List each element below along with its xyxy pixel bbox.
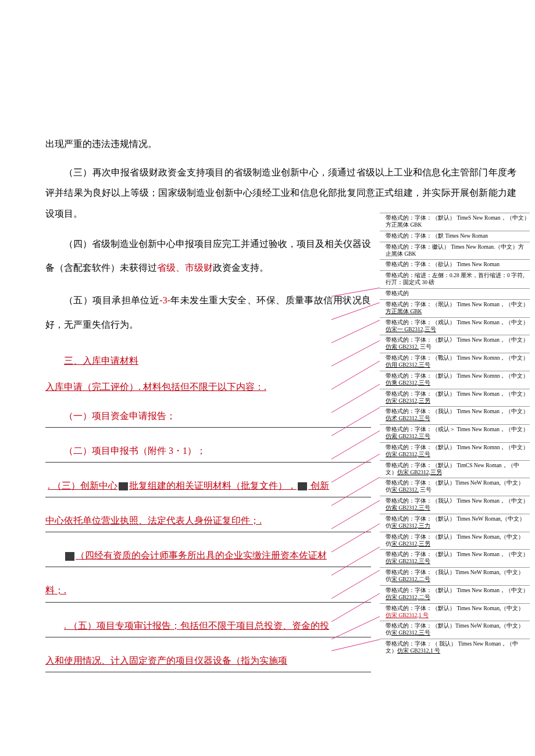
item-3-line2: 中心依托单位营业执照、法定代表人身份证复印件；. <box>45 510 371 532</box>
comment-item: 带格式的：字体：（默认） TimCS New Roman，（中文）仿宋 GB23… <box>380 460 530 478</box>
comment-item: 带格式的：字体：（默认）Times NeW Roman,（中文） 仿宋 GB23… <box>380 621 530 639</box>
paragraph-1: 出现严重的违法违规情况。 <box>45 134 371 154</box>
comment-item: 带格式的：字体：（珉认） Times New Roman，（中文）方正黑体 GB… <box>380 299 530 317</box>
p4-red: -3- <box>159 295 170 305</box>
item-3-line1: . （三）创新中心批复组建的相关证明材料（批复文件）， 创新 <box>45 475 371 497</box>
comment-item: 带格式的：字体：徽认） Times New Roman.（中文）方止黑体 GBK <box>380 242 530 260</box>
item-5-line1: . （五）项目专项审计报告；包括但不限于项目总投资、资金的投 <box>45 615 371 637</box>
paragraph-3: （四）省级制造业创新中心申报项目应完工并通过验收，项目及相关仪器设备（含配套软件… <box>45 232 371 280</box>
item4-a: （四经有资质的会计师事务所出具的企业实缴注册资本佐证材 <box>76 550 327 560</box>
item-2: （二）项目申报书（附件 3・1）； <box>45 440 371 463</box>
intro-line: 入库申请（完工评价）. 材料包括但不限于以下内容：. <box>45 377 371 397</box>
item3-line2-text: 中心依托单位营业执照、法定代表人身份证复印件；. <box>45 515 262 525</box>
paragraph-4: （五）项目承担单位近-3-年未发生重大安全、环保、质量事故信用状况良好，无严重失… <box>45 288 371 336</box>
comments-panel: 带格式的：字体：（默认） TimeS New Roman，（中文）方正黑体 GB… <box>380 213 530 657</box>
redacted-block-icon <box>298 482 307 490</box>
comment-item: 带格式的：字体：（默认） TimeS New Roman，（中文）方正黑体 GB… <box>380 213 530 231</box>
p3-red: 省级、市级财 <box>157 263 213 273</box>
comment-item: 带格式的：字体：（或认＞ Times New Roman，（中文）仿索 GB23… <box>380 424 530 442</box>
item-4-line2: 料；. <box>45 580 371 602</box>
comment-item: 带格式的：字体：（我认） Times New Roman，（中文）仿术 GB23… <box>380 406 530 424</box>
comment-item: 带格式的：字体：（默认） Times New Roman，（中文）仿宋 GB23… <box>380 585 530 603</box>
comment-item: 带格式的：字体：（默认） Times New Romnn，（中文）仿乘 GB23… <box>380 371 530 389</box>
comment-item: 带格式的：字体：（欲认） Times New Roman <box>380 259 530 270</box>
comment-item: 带格式的：字体：（默认）Times NeW Roman,（中文） 仿宋 GB23… <box>380 478 530 496</box>
comment-item: 带格式的：字体：（默认） Times NeW Roman,（中文） 仿宋 GB2… <box>380 514 530 532</box>
comment-item: 带格式的：字体：（默认） Times New Roman,（中文）仿宋 GB23… <box>380 603 530 621</box>
comment-item: 带格式的：字体：（戰认） Times New Romnn，（中文）仿用 GB23… <box>380 353 530 371</box>
comment-item: 带格式的：字体：（默认） Times New Roman，（中文）仿宋 GB23… <box>380 549 530 567</box>
redacted-block-icon <box>65 552 74 560</box>
comment-item: 带格式的：字体：（默认） Times New Roman,（中文） 仿宋 GB2… <box>380 532 530 550</box>
item-1: （一）项目资金申请报告； <box>45 406 371 428</box>
comment-item: 带格式的：字体：（戏认） Times New Roman，（中文）仿宋一 GB2… <box>380 317 530 335</box>
comment-item: 带格式的：字体：（默认》 Times New Roman，（中文）仿索 GB23… <box>380 335 530 353</box>
item-4-line1: （四经有资质的会计师事务所出具的企业实缴注册资本佐证材 <box>45 545 371 567</box>
item3-c: 创新 <box>308 481 329 490</box>
comment-item: 带格式的 <box>380 288 530 299</box>
comment-item: 带格式的：缩进：左侧：0.28 厘米，首行缩进：0 字符, 行丌：固定式 30 … <box>380 270 530 288</box>
item3-b: 批复组建的相关证明材料（批复文件）， <box>129 481 297 490</box>
comment-item: 带格式的：字体：（默认） Times New Romnn，（中文）仿宋 GB23… <box>380 442 530 460</box>
comment-item: 带格式的：字体：（ 我认） Times New Roman，（中文）仿宋 GB2… <box>380 639 530 657</box>
comment-item: 带格式的：字体：（默 Times New Roman <box>380 231 530 242</box>
redacted-block-icon <box>119 482 128 490</box>
section-heading: 三、入库申请材料 <box>64 350 138 371</box>
comment-item: 带格式的：字体：（我认）Times NeW Roman,（中文） 仿宋 GB23… <box>380 567 530 585</box>
item3-a: . （三）创新中心 <box>48 481 117 490</box>
p4-a: （五）项目承担单位近 <box>64 295 159 305</box>
item-5-line2: 入和使用情况、计入固定资产的项目仪器设备（指为实施项 <box>45 650 371 672</box>
comment-item: 带格式的：字体：（默认） Times New Roman，（中文）仿宋 GB23… <box>380 389 530 407</box>
comment-item: 带格式的：字体：（我认》 Times New Roman，（中文）仿索 GB23… <box>380 496 530 514</box>
p3-tail: 政资金支持。 <box>213 263 269 273</box>
